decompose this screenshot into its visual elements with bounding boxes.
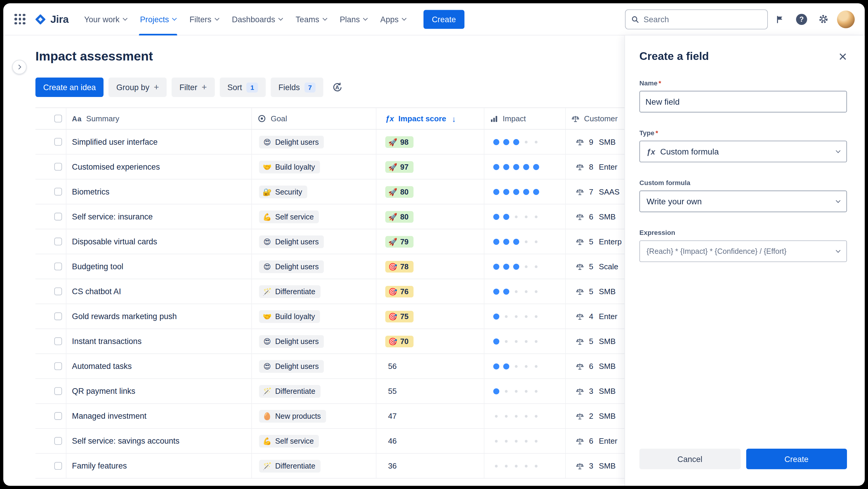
- impact-rating[interactable]: [493, 213, 539, 220]
- table-row[interactable]: Managed investment 🥚 New products 47 2SM…: [36, 404, 690, 429]
- row-checkbox[interactable]: [54, 188, 62, 195]
- nav-item-dashboards[interactable]: Dashboards: [225, 3, 289, 35]
- nav-item-filters[interactable]: Filters: [183, 3, 225, 35]
- table-row[interactable]: Self service: savings accounts 💪 Self se…: [36, 429, 690, 454]
- goal-tag[interactable]: 😍 Delight users: [259, 260, 323, 273]
- impact-rating[interactable]: [493, 164, 539, 170]
- app-switcher-icon[interactable]: [11, 10, 29, 28]
- impact-rating[interactable]: [493, 363, 539, 369]
- idea-summary[interactable]: Family features: [72, 461, 127, 470]
- expression-select[interactable]: {Reach} * {Impact} * {Confidence} / {Eff…: [640, 240, 847, 262]
- row-checkbox[interactable]: [54, 163, 62, 171]
- close-icon[interactable]: ×: [839, 51, 847, 62]
- goal-tag[interactable]: 🔐 Security: [259, 185, 307, 198]
- goal-tag[interactable]: 🥚 New products: [259, 409, 326, 422]
- nav-item-teams[interactable]: Teams: [289, 3, 333, 35]
- nav-item-plans[interactable]: Plans: [333, 3, 374, 35]
- impact-rating[interactable]: [493, 413, 539, 419]
- goal-tag[interactable]: 🪄 Differentiate: [259, 384, 320, 397]
- table-row[interactable]: Instant transactions 😍 Delight users 🎯70…: [36, 329, 690, 354]
- custom-formula-select[interactable]: Write your own: [640, 191, 847, 212]
- nav-item-your-work[interactable]: Your work: [78, 3, 134, 35]
- create-idea-button[interactable]: Create an idea: [36, 78, 104, 97]
- nav-item-projects[interactable]: Projects: [133, 3, 183, 35]
- search-input[interactable]: [643, 15, 762, 24]
- sidebar-expand-button[interactable]: [12, 60, 27, 75]
- table-row[interactable]: Family features 🪄 Differentiate 36 3SMB: [36, 454, 690, 479]
- select-all-checkbox[interactable]: [54, 115, 62, 122]
- goal-tag[interactable]: 😍 Delight users: [259, 335, 323, 348]
- row-checkbox[interactable]: [54, 412, 62, 420]
- goal-tag[interactable]: 😍 Delight users: [259, 136, 323, 148]
- idea-summary[interactable]: Self service: insurance: [72, 212, 153, 221]
- impact-rating[interactable]: [493, 338, 539, 344]
- user-avatar[interactable]: [837, 10, 855, 28]
- goal-tag[interactable]: 😍 Delight users: [259, 235, 323, 248]
- idea-summary[interactable]: Managed investment: [72, 411, 146, 421]
- impact-rating[interactable]: [493, 263, 539, 269]
- goal-tag[interactable]: 💪 Self service: [259, 434, 318, 447]
- impact-rating[interactable]: [493, 313, 539, 319]
- group-by-button[interactable]: Group by+: [108, 78, 166, 97]
- goal-tag[interactable]: 🪄 Differentiate: [259, 285, 320, 298]
- goal-tag[interactable]: 🤝 Build loyalty: [259, 310, 320, 323]
- table-row[interactable]: Biometrics 🔐 Security 🚀80 7SAAS: [36, 179, 690, 204]
- row-checkbox[interactable]: [54, 437, 62, 445]
- idea-summary[interactable]: Gold rewards marketing push: [72, 312, 177, 321]
- settings-gear-icon[interactable]: [814, 10, 833, 29]
- table-row[interactable]: Disposable virtual cards 😍 Delight users…: [36, 229, 690, 254]
- row-checkbox[interactable]: [54, 237, 62, 245]
- global-create-button[interactable]: Create: [424, 10, 464, 29]
- row-checkbox[interactable]: [54, 262, 62, 270]
- row-checkbox[interactable]: [54, 287, 62, 295]
- impact-score-column-header[interactable]: ƒx Impact score ↓: [376, 108, 484, 129]
- table-row[interactable]: Gold rewards marketing push 🤝 Build loya…: [36, 304, 690, 329]
- goal-tag[interactable]: 🤝 Build loyalty: [259, 161, 320, 173]
- row-checkbox[interactable]: [54, 212, 62, 220]
- impact-rating[interactable]: [493, 189, 539, 195]
- row-checkbox[interactable]: [54, 363, 62, 370]
- goal-column-header[interactable]: Goal: [252, 108, 376, 129]
- cancel-button[interactable]: Cancel: [640, 449, 741, 469]
- field-name-input[interactable]: [640, 91, 847, 112]
- idea-summary[interactable]: Disposable virtual cards: [72, 237, 157, 246]
- help-icon[interactable]: ?: [792, 10, 811, 29]
- table-row[interactable]: Simplified user interface 😍 Delight user…: [36, 130, 690, 154]
- impact-column-header[interactable]: Impact: [485, 108, 566, 129]
- idea-summary[interactable]: Automated tasks: [72, 362, 132, 371]
- table-row[interactable]: CS chatbot AI 🪄 Differentiate 🎯76 5SMB: [36, 279, 690, 304]
- nav-item-apps[interactable]: Apps: [374, 3, 412, 35]
- impact-rating[interactable]: [493, 463, 539, 469]
- idea-summary[interactable]: Customised experiences: [72, 162, 160, 171]
- table-row[interactable]: QR payment links 🪄 Differentiate 55 3SMB: [36, 379, 690, 404]
- rank-sort-button[interactable]: A: [328, 78, 347, 97]
- row-checkbox[interactable]: [54, 313, 62, 320]
- impact-rating[interactable]: [493, 139, 539, 145]
- idea-summary[interactable]: Instant transactions: [72, 337, 142, 346]
- goal-tag[interactable]: 💪 Self service: [259, 210, 318, 223]
- table-row[interactable]: Customised experiences 🤝 Build loyalty 🚀…: [36, 154, 690, 179]
- idea-summary[interactable]: Self service: savings accounts: [72, 436, 180, 445]
- notifications-flag-icon[interactable]: [771, 10, 789, 29]
- impact-rating[interactable]: [493, 288, 539, 294]
- table-row[interactable]: Automated tasks 😍 Delight users 56 6SMB: [36, 354, 690, 379]
- sort-button[interactable]: Sort1: [220, 78, 266, 97]
- impact-rating[interactable]: [493, 388, 539, 394]
- idea-summary[interactable]: Budgeting tool: [72, 262, 123, 271]
- idea-summary[interactable]: Biometrics: [72, 187, 110, 196]
- idea-summary[interactable]: Simplified user interface: [72, 137, 158, 146]
- fields-button[interactable]: Fields7: [271, 78, 323, 97]
- row-checkbox[interactable]: [54, 387, 62, 395]
- goal-tag[interactable]: 😍 Delight users: [259, 360, 323, 372]
- impact-rating[interactable]: [493, 438, 539, 444]
- goal-tag[interactable]: 🪄 Differentiate: [259, 460, 320, 472]
- summary-column-header[interactable]: Aa Summary: [66, 108, 252, 129]
- field-type-select[interactable]: ƒx Custom formula: [640, 141, 847, 162]
- row-checkbox[interactable]: [54, 138, 62, 146]
- create-field-button[interactable]: Create: [746, 449, 847, 469]
- idea-summary[interactable]: QR payment links: [72, 387, 135, 396]
- jira-logo[interactable]: Jira: [34, 13, 69, 25]
- row-checkbox[interactable]: [54, 338, 62, 345]
- idea-summary[interactable]: CS chatbot AI: [72, 287, 121, 296]
- filter-button[interactable]: Filter+: [172, 78, 215, 97]
